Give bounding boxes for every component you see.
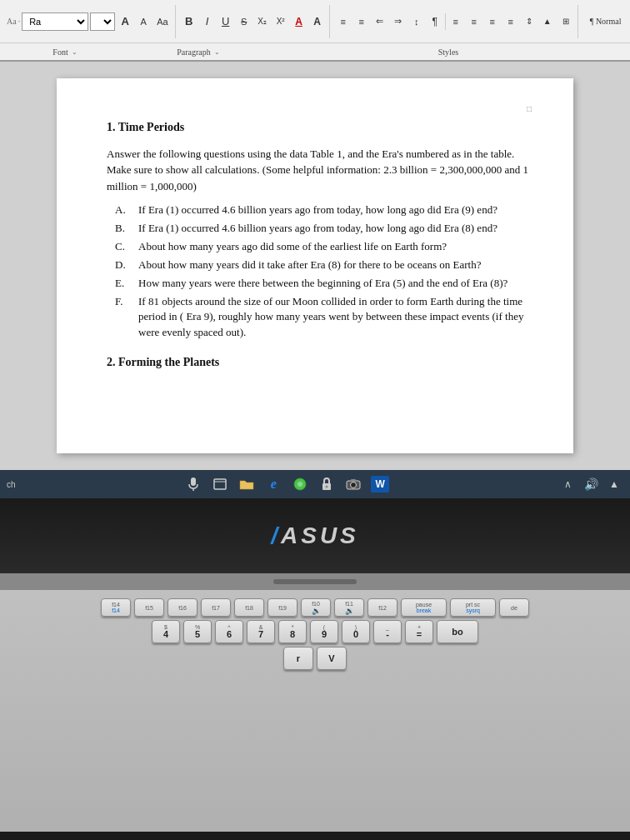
bold-button[interactable]: B (181, 11, 198, 32)
toolbar: Aa · Ra 11 A A Aa B I U S X₂ X² A A ≡ ≡ … (0, 0, 630, 43)
shading-button[interactable]: ▲ (539, 11, 556, 32)
apps-icon[interactable] (291, 475, 309, 493)
font-name-select[interactable]: Ra (22, 12, 88, 31)
key-7[interactable]: & 7 (247, 620, 275, 643)
key-de[interactable]: de (499, 598, 529, 617)
key-8[interactable]: * 8 (278, 620, 307, 643)
superscript-button[interactable]: X² (272, 11, 289, 32)
highlight-button[interactable]: A (309, 11, 326, 32)
numbering-button[interactable]: ≡ (353, 11, 370, 32)
key-f16[interactable]: f16 (168, 598, 198, 617)
list-text-c: About how many years ago did some of the… (138, 239, 532, 255)
svg-rect-0 (191, 478, 196, 486)
align-left-button[interactable]: ≡ (448, 11, 464, 32)
window-icon[interactable] (211, 475, 229, 493)
list-letter-e: E. (115, 276, 132, 292)
taskbar: ch e (0, 470, 630, 498)
key-f11[interactable]: f11 🔉 (334, 598, 364, 617)
underline-button[interactable]: U (218, 11, 234, 32)
list-text-f: If 81 objects around the size of our Moo… (138, 294, 532, 342)
list-letter-b: B. (115, 221, 132, 237)
list-letter-a: A. (115, 202, 132, 218)
sort-button[interactable]: ↕ (408, 11, 425, 32)
bullets-button[interactable]: ≡ (335, 11, 352, 32)
key-f14[interactable]: f14 f14 (101, 598, 131, 617)
clear-format-icon: Aa (7, 17, 17, 26)
grow-font-button[interactable]: A (117, 11, 133, 32)
taskbar-icons: e W (22, 475, 552, 493)
shrink-font-button[interactable]: A (135, 11, 152, 32)
asus-logo-area: /ASUS (0, 498, 630, 573)
indent-decrease-button[interactable]: ⇐ (372, 11, 388, 32)
chevron-up-icon[interactable]: ∧ (558, 475, 577, 493)
key-f17[interactable]: f17 (201, 598, 231, 617)
list-item: C. About how many years ago did some of … (115, 239, 532, 255)
key-9[interactable]: ( 9 (310, 620, 338, 643)
line-spacing-button[interactable]: ⇕ (521, 11, 538, 32)
show-hide-button[interactable]: ¶ (427, 11, 443, 32)
key-6[interactable]: ^ 6 (215, 620, 243, 643)
taskbar-right: ∧ 🔊 ▲ (558, 475, 623, 493)
list-letter-f: F. (115, 294, 132, 342)
align-center-button[interactable]: ≡ (466, 11, 482, 32)
key-5[interactable]: % 5 (183, 620, 212, 643)
paragraph-section: ≡ ≡ ⇐ ⇒ ↕ ¶ ≡ ≡ ≡ ≡ ⇕ ▲ ⊞ (332, 5, 578, 38)
folder-icon[interactable] (238, 475, 256, 493)
paragraph-expand-icon[interactable]: ⌄ (214, 48, 220, 56)
key-f15[interactable]: f15 (134, 598, 164, 617)
key-bottom-v[interactable]: V (317, 647, 347, 670)
key-f12[interactable]: f12 (368, 598, 398, 617)
clear-format-button[interactable]: Aa (153, 11, 171, 32)
font-style-icon: · (18, 17, 21, 26)
list-item: A. If Era (1) occurred 4.6 billion years… (115, 202, 532, 218)
font-color-button[interactable]: A (291, 11, 308, 32)
volume-icon[interactable]: 🔊 (582, 475, 600, 493)
toolbar-labels: Font ⌄ Paragraph ⌄ Styles (0, 43, 630, 62)
list-text-a: If Era (1) occurred 4.6 billion years ag… (138, 202, 532, 218)
key-0[interactable]: ) 0 (342, 620, 370, 643)
key-pause-break[interactable]: pause break (401, 598, 447, 617)
key-4[interactable]: $ 4 (152, 620, 180, 643)
justify-button[interactable]: ≡ (502, 11, 519, 32)
function-key-row: f14 f14 f15 f16 f17 f18 f19 f10 🔈 f11 🔉 … (0, 598, 630, 617)
strikethrough-button[interactable]: S (236, 11, 252, 32)
taskbar-left-label: ch (7, 480, 16, 489)
svg-point-5 (298, 482, 302, 487)
collapse-icon[interactable]: □ (527, 103, 532, 116)
font-section: Aa · Ra 11 A A Aa (3, 5, 176, 38)
list-letter-d: D. (115, 258, 132, 273)
svg-rect-11 (351, 479, 356, 482)
browser-icon[interactable]: e (264, 475, 282, 493)
paragraph-label: Paragraph ⌄ (123, 48, 273, 57)
indent-increase-button[interactable]: ⇒ (390, 11, 407, 32)
key-prtsc[interactable]: prt sc sysrq (450, 598, 496, 617)
list-item: F. If 81 objects around the size of our … (115, 294, 532, 342)
key-bo[interactable]: bo (437, 620, 478, 643)
list-text-e: How many years were there between the be… (138, 276, 532, 292)
list-letter-c: C. (115, 239, 132, 255)
key-f18[interactable]: f18 (234, 598, 264, 617)
key-minus[interactable]: _ - (373, 620, 402, 643)
word-icon[interactable]: W (371, 476, 389, 492)
more-icon[interactable]: ▲ (605, 475, 623, 493)
font-size-select[interactable]: 11 (90, 12, 115, 31)
document-area: □ 1. Time Periods Answer the following q… (0, 62, 630, 470)
format-section: B I U S X₂ X² A A (178, 5, 330, 38)
italic-button[interactable]: I (199, 11, 216, 32)
camera-icon[interactable] (344, 475, 362, 493)
svg-point-10 (352, 483, 355, 487)
microphone-icon[interactable] (184, 475, 202, 493)
key-f10[interactable]: f10 🔈 (301, 598, 331, 617)
font-expand-icon[interactable]: ⌄ (72, 48, 78, 56)
lock-icon[interactable] (318, 475, 336, 493)
question-list: A. If Era (1) occurred 4.6 billion years… (115, 202, 532, 341)
style-normal[interactable]: ¶ Normal (585, 6, 627, 38)
subscript-button[interactable]: X₂ (254, 11, 271, 32)
key-equals[interactable]: + = (405, 620, 433, 643)
borders-button[interactable]: ⊞ (558, 11, 574, 32)
asus-logo: /ASUS (271, 522, 359, 549)
key-f19[interactable]: f19 (268, 598, 298, 617)
key-bottom-r[interactable]: r (283, 647, 313, 670)
intro-paragraph: Answer the following questions using the… (107, 146, 532, 195)
align-right-button[interactable]: ≡ (484, 11, 501, 32)
